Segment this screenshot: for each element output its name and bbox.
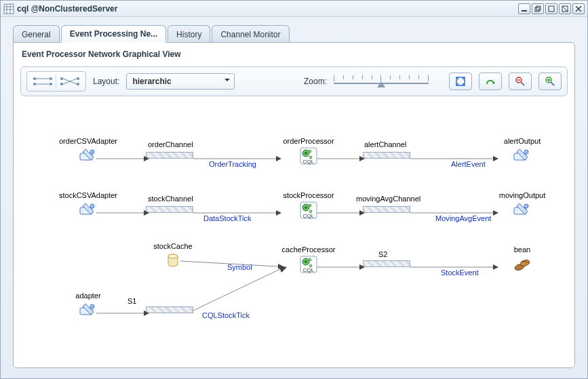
channel-s2-label: S2 — [378, 250, 387, 258]
svg-point-20 — [60, 83, 63, 85]
cql-processor-icon — [299, 255, 318, 274]
event-alertEvent: AlertEvent — [451, 160, 486, 168]
adapter-icon — [79, 146, 98, 165]
svg-rect-8 — [549, 6, 554, 12]
channel-movingAvgChannel-label: movingAvgChannel — [356, 195, 420, 203]
node-movingOutput[interactable]: movingOutput — [485, 191, 560, 220]
layout-label: Layout: — [93, 77, 119, 86]
channel-orderChannel-label: orderChannel — [148, 140, 193, 148]
layout-style-toggle[interactable] — [26, 71, 86, 92]
toolbar: Layout: hierarchic Zoom: — [20, 66, 568, 96]
app-icon — [3, 3, 14, 14]
panel-title: Event Processor Network Graphical View — [14, 43, 574, 66]
svg-point-13 — [33, 77, 36, 80]
channel-alertChannel-label: alertChannel — [364, 140, 406, 148]
window-detach-button[interactable] — [559, 3, 571, 14]
window-title: cql @NonClusteredServer — [17, 4, 117, 14]
node-adapter[interactable]: adapter — [51, 292, 125, 320]
node-orderProcessor[interactable]: orderProcessor — [271, 137, 346, 165]
svg-line-32 — [551, 82, 554, 85]
svg-point-21 — [77, 77, 79, 80]
window-maximize-button[interactable] — [545, 3, 557, 14]
cql-processor-icon — [299, 201, 318, 220]
tab-bar: General Event Processing Ne... History C… — [1, 17, 587, 43]
toggle-layout-button[interactable] — [479, 73, 502, 90]
epn-panel: Event Processor Network Graphical View — [13, 42, 575, 368]
channel-movingAvgChannel[interactable] — [363, 206, 410, 213]
node-cacheProcessor[interactable]: cacheProcessor — [271, 245, 346, 274]
channel-orderChannel[interactable] — [146, 152, 193, 159]
channel-s1[interactable] — [146, 306, 193, 313]
svg-point-22 — [77, 83, 79, 85]
zoom-slider[interactable] — [334, 75, 429, 88]
window-restore-button[interactable] — [532, 3, 544, 14]
node-stockProcessor[interactable]: stockProcessor — [271, 191, 346, 220]
edge-orderChannel-orderProcessor — [193, 154, 281, 159]
layout-dropdown[interactable]: hierarchic — [126, 73, 235, 89]
svg-rect-5 — [522, 10, 527, 12]
svg-point-15 — [50, 77, 52, 80]
tab-general[interactable]: General — [13, 25, 60, 43]
epn-canvas[interactable]: CQL orderCSVAdapter — [14, 103, 574, 367]
event-stockEvent: StockEvent — [441, 268, 479, 277]
channel-s1-label: S1 — [128, 297, 136, 305]
zoom-out-button[interactable] — [509, 73, 532, 90]
window-minimize-button[interactable] — [518, 3, 530, 14]
node-orderCSVAdapter[interactable]: orderCSVAdapter — [51, 137, 125, 165]
titlebar: cql @NonClusteredServer — [1, 1, 587, 17]
tab-channel-monitor[interactable]: Channel Monitor — [212, 25, 289, 43]
zoom-in-button[interactable] — [538, 73, 562, 90]
event-movingAvgEvent: MovingAvgEvent — [435, 214, 491, 222]
adapter-icon — [513, 146, 532, 165]
adapter-icon — [79, 301, 98, 320]
svg-rect-7 — [536, 6, 541, 10]
app-window: cql @NonClusteredServer General Event Pr… — [0, 0, 588, 379]
cql-processor-icon — [299, 146, 318, 165]
tab-event-processing-network[interactable]: Event Processing Ne... — [61, 25, 166, 43]
node-alertOutput[interactable]: alertOutput — [485, 137, 560, 165]
event-dataStockTick: DataStockTick — [203, 214, 252, 222]
adapter-icon — [513, 201, 532, 220]
window-close-button[interactable] — [572, 3, 585, 14]
bean-icon — [513, 255, 532, 274]
layout-dropdown-value: hierarchic — [132, 77, 171, 86]
channel-alertChannel[interactable] — [363, 152, 410, 159]
svg-point-19 — [60, 77, 63, 80]
cache-icon — [163, 252, 182, 271]
edge-stockChannel-stockProcessor — [193, 208, 281, 214]
svg-rect-0 — [4, 4, 14, 14]
svg-point-16 — [50, 83, 52, 85]
svg-point-14 — [33, 83, 36, 85]
event-orderTracking: OrderTracking — [209, 160, 256, 168]
node-stockCSVAdapter[interactable]: stockCSVAdapter — [51, 191, 125, 220]
adapter-icon — [79, 201, 98, 220]
svg-line-28 — [521, 82, 524, 85]
fit-window-button[interactable] — [449, 73, 472, 90]
channel-stockChannel-label: stockChannel — [148, 195, 193, 203]
node-bean[interactable]: bean — [485, 245, 560, 274]
tab-history[interactable]: History — [168, 25, 210, 43]
node-stockCache[interactable]: stockCache — [136, 242, 210, 271]
svg-line-10 — [562, 6, 568, 12]
zoom-label: Zoom: — [304, 77, 327, 86]
event-symbol: Symbol — [227, 263, 252, 271]
channel-s2[interactable] — [363, 260, 410, 267]
channel-stockChannel[interactable] — [146, 206, 193, 213]
zoom-slider-thumb[interactable] — [377, 81, 385, 87]
event-cqlStockTick: CQLStockTick — [202, 311, 250, 319]
svg-rect-6 — [535, 7, 539, 12]
svg-line-67 — [193, 268, 281, 311]
